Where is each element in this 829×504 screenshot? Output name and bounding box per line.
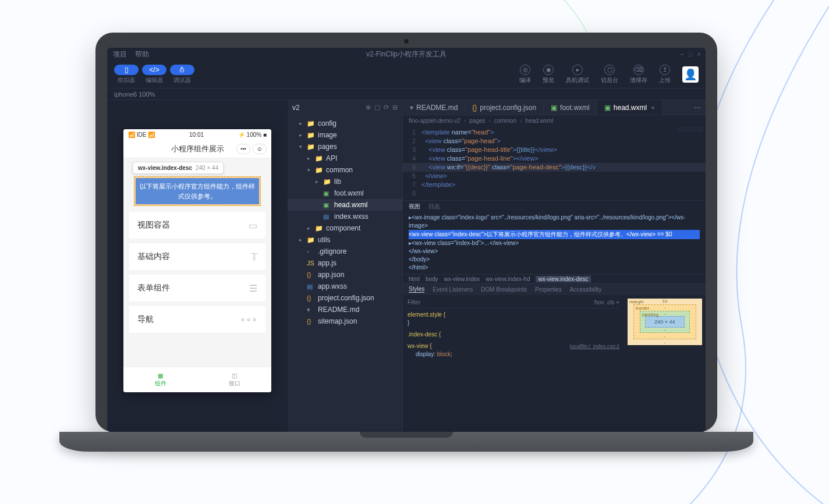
dom-breadcrumb: htmlbodywx-view.indexwx-view.index-hdwx-… [403,274,706,283]
remote-debug-button[interactable]: ▸真机调试 [566,65,589,84]
styles-pane[interactable]: Filter :hov .cls + element.style {}.inde… [403,295,624,432]
styles-tab[interactable]: Accessibility [570,286,601,293]
simulator-panel: 📶 IDE 📶 10:01 ⚡ 100% ■ 小程序组件展示 ••• ⊙ [107,100,288,432]
styles-tab[interactable]: Event Listeners [433,286,473,293]
mode-simulator[interactable]: ▯ 模拟器 [114,65,139,84]
styles-tab[interactable]: Styles [409,286,424,293]
devtools-tab-view[interactable]: 视图 [409,203,420,211]
tree-folder[interactable]: ▸📁lib [288,176,402,187]
background-button[interactable]: ▢切后台 [601,65,618,84]
dom-path-item[interactable]: wx-view.index-desc [536,276,590,282]
tabs-overflow-icon[interactable]: ⋯ [689,100,706,115]
tree-file[interactable]: ▣head.wxml [288,199,402,211]
toolbar: ▯ 模拟器 </> 编辑器 ⫛ 调试器 ◎编译 ◉预览 ▸真机调试 [107,61,706,88]
file-explorer: v2 ⊕ ▢ ⟳ ⊟ ▸📁config▸📁image▾📁pages▸📁API▾📁… [288,100,403,432]
tree-file[interactable]: ▤app.wxss [288,281,402,292]
tree-file[interactable]: {}sitemap.json [288,315,402,327]
dom-path-item[interactable]: body [426,276,438,282]
breadcrumb-item[interactable]: head.wxml [526,118,554,124]
new-file-icon[interactable]: ⊕ [366,104,371,111]
styles-filter-tools[interactable]: :hov .cls + [593,299,619,307]
tree-folder[interactable]: ▸📁config [288,118,402,129]
tree-file[interactable]: {}project.config.json [288,292,402,304]
file-tree: ▸📁config▸📁image▾📁pages▸📁API▾📁common▸📁lib… [288,115,402,329]
phone-nav-title: 小程序组件展示 [171,144,224,154]
breadcrumb-item[interactable]: pages [469,118,485,124]
editor-tab[interactable]: {}project.config.json [465,100,544,115]
inspected-element[interactable]: 以下将展示小程序官方组件能力，组件样式仅供参考。 [134,176,261,206]
editor-area: ▾README.md{}project.config.json▣foot.wxm… [403,100,706,432]
tree-folder[interactable]: ▾📁pages [288,141,402,152]
tree-file[interactable]: ▤index.wxss [288,211,402,222]
breadcrumb-item[interactable]: common [494,118,516,124]
list-item[interactable]: 表单组件☰ [129,275,265,301]
avatar[interactable]: 👤 [682,66,699,83]
collapse-icon[interactable]: ⊟ [392,104,398,111]
list-item[interactable]: 导航∘∘∘ [129,306,265,333]
phone-navbar: 小程序组件展示 ••• ⊙ [123,140,271,158]
styles-filter-input[interactable]: Filter [408,299,420,307]
list-item[interactable]: 视图容器▭ [129,212,265,239]
editor-tab[interactable]: ▣head.wxml× [597,100,663,115]
compile-button[interactable]: ◎编译 [519,65,531,84]
devtools-tab-log[interactable]: 日志 [428,203,440,211]
preview-button[interactable]: ◉预览 [543,65,554,84]
phone-simulator[interactable]: 📶 IDE 📶 10:01 ⚡ 100% ■ 小程序组件展示 ••• ⊙ [123,129,271,392]
editor-tabs: ▾README.md{}project.config.json▣foot.wxm… [403,100,706,115]
api-icon: ◫ [232,372,237,379]
tree-file[interactable]: ▣foot.wxml [288,187,402,199]
menu-project[interactable]: 项目 [113,49,127,59]
tree-file[interactable]: ▫.gitignore [288,246,402,257]
phone-status-bar: 📶 IDE 📶 10:01 ⚡ 100% ■ [123,129,271,140]
ide-window: 项目 帮助 v2-FinClip小程序开发工具 − □ × ▯ 模拟器 [107,48,706,432]
laptop-mockup: 项目 帮助 v2-FinClip小程序开发工具 − □ × ▯ 模拟器 [95,33,717,452]
tree-file[interactable]: {}app.json [288,269,402,281]
window-controls: − □ × [680,51,701,58]
new-folder-icon[interactable]: ▢ [374,104,380,111]
tree-folder[interactable]: ▸📁utils [288,234,402,246]
phone-content: wx-view.index-desc240 × 44 以下将展示小程序官方组件能… [123,158,271,367]
tree-file[interactable]: JSapp.js [288,257,402,269]
maximize-icon[interactable]: □ [689,51,693,58]
editor-tab[interactable]: ▾README.md [403,100,465,115]
app-title: v2-FinClip小程序开发工具 [366,49,447,59]
upload-button[interactable]: ↥上传 [659,65,671,84]
breadcrumb: fino-applet-demo-v2›pages›common›head.wx… [403,115,706,126]
dom-path-item[interactable]: wx-view.index-hd [486,276,530,282]
styles-tab[interactable]: DOM Breakpoints [481,286,527,293]
refresh-icon[interactable]: ⟳ [384,104,389,111]
capsule-menu-icon[interactable]: ••• [236,144,250,154]
close-tab-icon[interactable]: × [651,104,654,111]
dom-path-item[interactable]: wx-view.index [444,276,480,282]
device-info[interactable]: iphone6 100% [114,91,155,98]
camera-dot [404,39,409,44]
breadcrumb-item[interactable]: fino-applet-demo-v2 [409,118,460,124]
menubar: 项目 帮助 v2-FinClip小程序开发工具 − □ × [107,48,706,61]
capsule-close-icon[interactable]: ⊙ [253,144,267,154]
minimize-icon[interactable]: − [680,51,683,58]
tree-folder[interactable]: ▸📁API [288,152,402,164]
mode-debugger[interactable]: ⫛ 调试器 [170,65,194,84]
minimap[interactable] [678,127,703,190]
dom-path-item[interactable]: html [409,276,420,282]
devtools-panel: 视图 日志 ▸<wx-image class="index-logo" src=… [403,200,706,432]
tree-folder[interactable]: ▸📁image [288,129,402,141]
tabbar-components[interactable]: ▦组件 [123,367,197,392]
inspect-tooltip: wx-view.index-desc240 × 44 [133,162,224,174]
styles-tab[interactable]: Properties [535,286,562,293]
clear-cache-button[interactable]: ⌫清缓存 [630,65,647,84]
dom-inspector[interactable]: ▸<wx-image class="index-logo" src="../re… [403,212,706,274]
tree-folder[interactable]: ▸📁component [288,222,402,234]
close-icon[interactable]: × [697,51,701,58]
tree-file[interactable]: ▾README.md [288,304,402,315]
tree-folder[interactable]: ▾📁common [288,164,402,176]
explorer-root[interactable]: v2 [292,104,300,112]
menu-help[interactable]: 帮助 [135,49,149,59]
tabbar-api[interactable]: ◫接口 [197,367,271,392]
code-editor[interactable]: 1<template name="head">2 <view class="pa… [403,126,706,200]
editor-tab[interactable]: ▣foot.wxml [544,100,597,115]
list-item[interactable]: 基础内容𝕋 [129,243,265,270]
mode-editor[interactable]: </> 编辑器 [142,65,166,84]
grid-icon: ▦ [158,372,163,379]
device-info-bar: iphone6 100% [107,88,706,100]
